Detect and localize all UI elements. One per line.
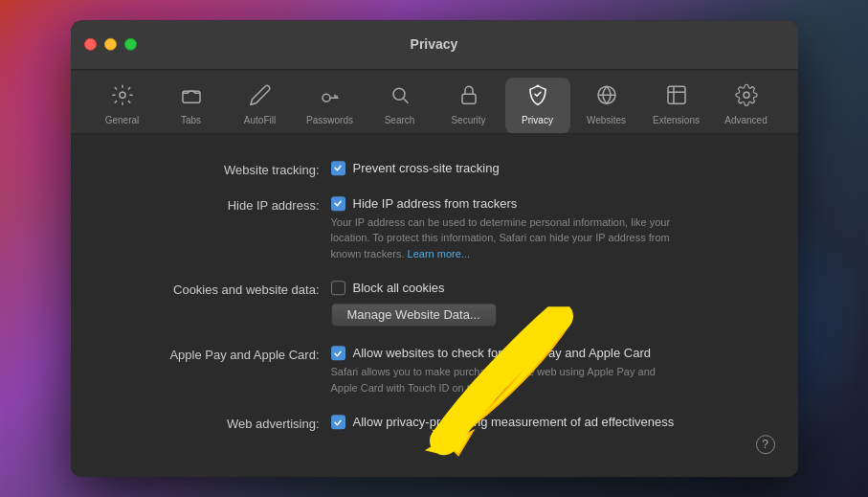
extensions-label: Extensions bbox=[653, 115, 700, 125]
hide-ip-check-label: Hide IP address from trackers bbox=[353, 196, 518, 211]
tab-security[interactable]: Security bbox=[436, 78, 501, 133]
website-tracking-row: Website tracking: Prevent cross-site tra… bbox=[109, 161, 760, 177]
svg-point-0 bbox=[120, 92, 125, 98]
hide-ip-control: Hide IP address from trackers Your IP ad… bbox=[331, 196, 760, 262]
website-tracking-check-row: Prevent cross-site tracking bbox=[331, 161, 760, 175]
website-tracking-checkbox[interactable] bbox=[331, 161, 345, 175]
websites-label: Websites bbox=[587, 115, 626, 125]
hide-ip-check-row: Hide IP address from trackers bbox=[331, 196, 760, 211]
content-area: Website tracking: Prevent cross-site tra… bbox=[71, 134, 798, 478]
tab-websites[interactable]: Websites bbox=[574, 78, 639, 133]
svg-rect-4 bbox=[462, 94, 476, 103]
apple-pay-control: Allow websites to check for Apple Pay an… bbox=[331, 346, 760, 395]
svg-point-3 bbox=[393, 88, 405, 100]
close-button[interactable] bbox=[84, 38, 97, 51]
traffic-lights bbox=[84, 38, 137, 51]
passwords-label: Passwords bbox=[306, 115, 353, 125]
tab-search[interactable]: Search bbox=[367, 78, 433, 133]
cookies-row: Cookies and website data: Block all cook… bbox=[109, 281, 760, 327]
web-advertising-check-row: Allow privacy-preserving measurement of … bbox=[331, 415, 760, 429]
website-tracking-check-label: Prevent cross-site tracking bbox=[353, 161, 500, 175]
web-advertising-label: Web advertising: bbox=[109, 415, 320, 431]
web-advertising-checkbox[interactable] bbox=[331, 415, 345, 429]
cookies-label: Cookies and website data: bbox=[109, 281, 320, 297]
tabs-icon bbox=[180, 83, 203, 112]
fullscreen-button[interactable] bbox=[124, 38, 137, 51]
website-tracking-label: Website tracking: bbox=[109, 161, 320, 177]
window-title: Privacy bbox=[411, 36, 458, 52]
website-tracking-control: Prevent cross-site tracking bbox=[331, 161, 760, 175]
cookies-checkbox[interactable] bbox=[331, 281, 345, 295]
general-icon bbox=[111, 83, 134, 112]
cookies-check-row: Block all cookies bbox=[331, 281, 760, 295]
content-wrapper: Website tracking: Prevent cross-site tra… bbox=[71, 134, 798, 478]
minimize-button[interactable] bbox=[104, 38, 117, 51]
security-label: Security bbox=[451, 115, 485, 125]
privacy-label: Privacy bbox=[522, 115, 553, 125]
apple-pay-label: Apple Pay and Apple Card: bbox=[109, 346, 320, 362]
tab-tabs[interactable]: Tabs bbox=[159, 78, 224, 133]
tab-advanced[interactable]: Advanced bbox=[714, 78, 779, 133]
titlebar: Privacy bbox=[71, 20, 798, 70]
cookies-control: Block all cookies Manage Website Data... bbox=[331, 281, 760, 327]
svg-point-2 bbox=[323, 94, 330, 102]
security-icon bbox=[457, 83, 480, 112]
apple-pay-row: Apple Pay and Apple Card: Allow websites… bbox=[109, 346, 760, 395]
manage-website-data-button[interactable]: Manage Website Data... bbox=[331, 303, 497, 327]
help-button[interactable]: ? bbox=[756, 435, 775, 454]
toolbar: General Tabs AutoFill bbox=[71, 70, 798, 134]
web-advertising-control: Allow privacy-preserving measurement of … bbox=[331, 415, 760, 429]
apple-pay-check-label: Allow websites to check for Apple Pay an… bbox=[353, 346, 651, 360]
web-advertising-row: Web advertising: Allow privacy-preservin… bbox=[109, 415, 760, 431]
search-label: Search bbox=[385, 115, 415, 125]
learn-more-link[interactable]: Learn more... bbox=[408, 248, 470, 260]
autofill-label: AutoFill bbox=[244, 115, 276, 125]
web-advertising-check-label: Allow privacy-preserving measurement of … bbox=[353, 415, 675, 429]
search-icon bbox=[389, 83, 412, 112]
hide-ip-row: Hide IP address: Hide IP address from tr… bbox=[109, 196, 760, 262]
apple-pay-description: Safari allows you to make purchases on t… bbox=[331, 364, 657, 395]
websites-icon bbox=[595, 83, 618, 112]
tab-privacy[interactable]: Privacy bbox=[505, 78, 570, 133]
svg-point-6 bbox=[744, 92, 749, 98]
apple-pay-checkbox[interactable] bbox=[331, 346, 345, 360]
advanced-label: Advanced bbox=[724, 115, 767, 125]
hide-ip-description: Your IP address can be used to determine… bbox=[331, 215, 676, 262]
hide-ip-label: Hide IP address: bbox=[109, 196, 320, 213]
tab-extensions[interactable]: Extensions bbox=[643, 78, 710, 133]
tab-passwords[interactable]: Passwords bbox=[297, 78, 364, 133]
apple-pay-check-row: Allow websites to check for Apple Pay an… bbox=[331, 346, 760, 360]
general-label: General bbox=[105, 115, 140, 125]
tab-autofill[interactable]: AutoFill bbox=[228, 78, 293, 133]
safari-preferences-window: Privacy General Tabs bbox=[71, 20, 798, 478]
advanced-icon bbox=[735, 83, 758, 112]
privacy-icon bbox=[526, 83, 549, 112]
extensions-icon bbox=[665, 83, 688, 112]
passwords-icon bbox=[319, 83, 342, 112]
tab-general[interactable]: General bbox=[90, 78, 155, 133]
tabs-label: Tabs bbox=[181, 115, 201, 125]
autofill-icon bbox=[249, 83, 272, 112]
hide-ip-checkbox[interactable] bbox=[331, 196, 345, 211]
cookies-check-label: Block all cookies bbox=[353, 281, 445, 295]
